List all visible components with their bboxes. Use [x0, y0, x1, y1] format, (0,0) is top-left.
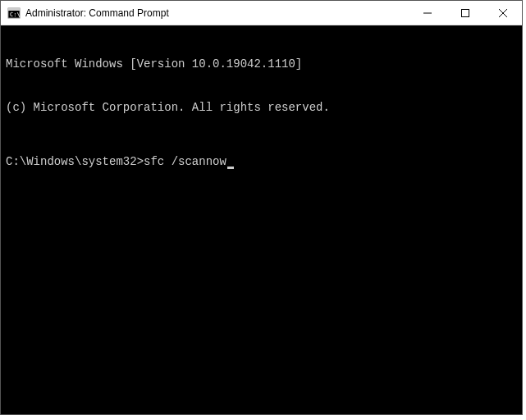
- version-line: Microsoft Windows [Version 10.0.19042.11…: [6, 57, 517, 72]
- svg-text:C:\: C:\: [10, 11, 21, 18]
- minimize-icon: [423, 9, 432, 17]
- svg-rect-1: [8, 8, 20, 11]
- prompt-line: C:\Windows\system32>sfc /scannow: [6, 155, 517, 170]
- copyright-line: (c) Microsoft Corporation. All rights re…: [6, 101, 517, 116]
- minimize-button[interactable]: [409, 1, 446, 25]
- command-text: sfc /scannow: [144, 155, 226, 168]
- cmd-icon: C:\: [7, 7, 21, 20]
- window-controls: [409, 1, 522, 25]
- svg-rect-4: [462, 9, 469, 16]
- maximize-icon: [461, 9, 469, 17]
- close-button[interactable]: [484, 1, 522, 25]
- close-icon: [499, 9, 507, 17]
- maximize-button[interactable]: [446, 1, 484, 25]
- cursor: [227, 167, 234, 169]
- command-prompt-window: C:\ Administrator: Command Prompt Micros…: [0, 0, 523, 415]
- titlebar[interactable]: C:\ Administrator: Command Prompt: [1, 1, 522, 25]
- window-title: Administrator: Command Prompt: [25, 7, 409, 19]
- prompt-text: C:\Windows\system32>: [6, 155, 144, 168]
- terminal-area[interactable]: Microsoft Windows [Version 10.0.19042.11…: [1, 25, 522, 414]
